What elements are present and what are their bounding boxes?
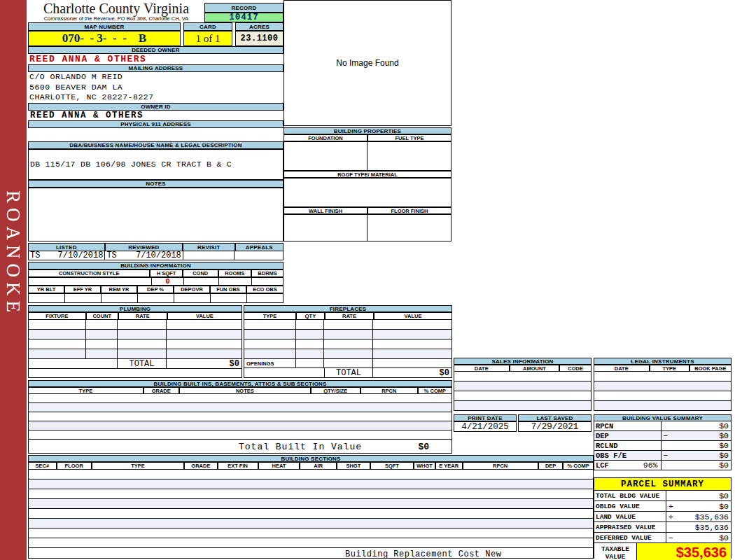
ps-value: $35,636	[695, 512, 729, 522]
bvs-row-rclnd: RCLND $0	[594, 441, 732, 451]
col-ecoobs: ECO OBS	[246, 286, 284, 293]
bvs-value: $0	[719, 441, 729, 450]
legal-instruments-title: LEGAL INSTRUMENTS	[594, 358, 732, 365]
building-sections-footer-row: Building Replacement Cost New	[28, 548, 594, 559]
col-li-bookpage: BOOK PAGE	[690, 365, 732, 372]
map-number-label: MAP NUMBER	[28, 22, 181, 31]
building-sections-footer-label: Building Replacement Cost New	[345, 550, 501, 559]
mailing-address-label: MAILING ADDRESS	[28, 64, 284, 72]
col-li-type: TYPE	[650, 365, 690, 372]
built-ins-total-label: Total Built In Value	[239, 442, 362, 452]
reviewed-by: TS	[106, 251, 116, 260]
county-subtitle: Commissioner of the Revenue, PO Box 308,…	[28, 15, 204, 22]
fireplaces-headers: TYPE QTY RATE VALUE	[244, 312, 452, 320]
plumbing-total-label: TOTAL	[118, 359, 167, 368]
col-bi-notes: NOTES	[179, 387, 311, 394]
acres-value: 23.1100	[235, 31, 284, 46]
sidebar-vertical-label: ROANOKE	[2, 190, 24, 317]
col-funobs: FUN OBS	[210, 286, 246, 293]
ps-row-land: LAND VALUE + $35,636	[594, 512, 731, 522]
ps-value: $0	[719, 502, 729, 511]
col-dep: DEP %	[137, 286, 174, 293]
visits-header-row: LISTED REVIEWED REVISIT APPEALS	[28, 243, 284, 251]
openings-label: OPENINGS	[244, 359, 296, 368]
sales-info-table	[454, 372, 592, 411]
parcel-summary: PARCEL SUMMARY TOTAL BLDG VALUE $0 OBLDG…	[594, 477, 732, 559]
fireplaces-title: FIREPLACES	[244, 305, 452, 312]
bvs-value: $0	[719, 431, 729, 440]
last-saved-label: LAST SAVED	[518, 414, 592, 421]
col-fp-rate: RATE	[325, 312, 374, 320]
col-count: COUNT	[86, 312, 118, 320]
col-yrblt: YR BLT	[28, 286, 64, 293]
col-value: VALUE	[167, 312, 242, 320]
owner-id-value: REED ANNA & OTHERS	[28, 111, 284, 120]
ps-label: OBLDG VALUE	[594, 501, 666, 511]
col-bi-type: TYPE	[28, 387, 144, 394]
wall-finish-label: WALL FINISH	[284, 207, 368, 214]
roof-value	[284, 178, 451, 207]
col-rooms: ROOMS	[218, 270, 252, 277]
ps-value: $35,636	[695, 523, 729, 532]
bvs-label: DEP	[594, 431, 662, 440]
foundation-fuel-values	[284, 141, 451, 171]
col-floor: FLOOR	[57, 462, 92, 470]
legal-instruments-headers: DATE TYPE BOOK PAGE	[594, 365, 732, 372]
bvs-op: −	[664, 431, 668, 440]
col-whgt: WHGT	[414, 462, 435, 470]
wall-floor-values	[284, 214, 451, 241]
bvs-row-rpcn: RPCN $0	[594, 421, 732, 431]
ps-op: +	[668, 512, 673, 522]
bvs-value-cell: − $0	[662, 431, 732, 440]
floor-finish-label: FLOOR FINISH	[368, 207, 451, 214]
fireplaces-total-row: TOTAL $0	[244, 368, 452, 378]
listed-date: 7/10/2018	[58, 251, 104, 260]
bvs-value-cell: $0	[662, 441, 732, 450]
built-ins-total-value: $0	[418, 442, 429, 452]
col-sale-date: DATE	[454, 365, 510, 372]
col-sale-code: CODE	[559, 365, 592, 372]
bvs-row-dep: DEP − $0	[594, 431, 732, 441]
built-ins-title: BUILDING BUILT INS, BASEMENTS, ATTICS & …	[28, 380, 452, 387]
col-air: AIR	[300, 462, 336, 470]
building-info-header1: CONSTRUCTION STYLE H SQFT COND ROOMS BDR…	[28, 270, 284, 277]
col-construction-style: CONSTRUCTION STYLE	[28, 270, 150, 277]
dba-value: DB 115/17 DB 106/98 JONES CR TRACT B & C	[28, 149, 284, 180]
foundation-label: FOUNDATION	[284, 134, 368, 141]
card-label: CARD	[183, 22, 232, 31]
bvs-value: $0	[719, 451, 729, 460]
physical-address-value	[28, 128, 284, 138]
building-sections-headers: SEC# FLOOR TYPE GRADE EXT FIN HEAT AIR S…	[28, 462, 594, 470]
fireplaces-total-label: TOTAL	[324, 368, 373, 377]
building-info-values2	[28, 293, 284, 303]
record-value: 10417	[204, 13, 284, 22]
notes-value	[28, 188, 284, 241]
hsqft-value: 0	[152, 278, 184, 285]
col-cond: COND	[183, 270, 218, 277]
wall-floor-header: WALL FINISH FLOOR FINISH	[284, 207, 451, 214]
plumbing-headers: FIXTURE COUNT RATE VALUE	[28, 312, 242, 320]
taxable-label-line2: VALUE	[606, 553, 626, 560]
dba-label: DBA/BUISNESS NAME/HOUSE NAME & LEGAL DES…	[28, 141, 284, 149]
sidebar-banner: ROANOKE	[0, 0, 27, 560]
fireplaces-openings-row: OPENINGS	[244, 359, 452, 368]
col-sec: SEC#	[28, 462, 57, 470]
col-fp-value: VALUE	[374, 312, 452, 320]
bvs-value-cell: $0	[662, 461, 731, 470]
col-remyr: REM YR	[101, 286, 137, 293]
parcel-summary-title: PARCEL SUMMARY	[594, 478, 731, 491]
last-saved-value: 7/29/2021	[518, 421, 592, 432]
acres-label: ACRES	[235, 22, 284, 31]
bvs-label: OBS F/E	[594, 451, 662, 460]
ps-value: $0	[719, 491, 729, 500]
bvs-op: −	[664, 451, 668, 460]
col-sale-amount: AMOUNT	[510, 365, 560, 372]
legal-instruments-table	[594, 372, 732, 411]
built-ins-headers: TYPE GRADE NOTES QTY/SIZE RPCN % COMP	[28, 387, 452, 394]
col-li-date: DATE	[594, 365, 650, 372]
mailing-address-block: C/O ORLANDO M REID 5600 BEAVER DAM LA CH…	[28, 72, 284, 103]
bvs-label: RPCN	[594, 421, 662, 430]
building-properties-title: BUILDING PROPERTIES	[284, 127, 451, 134]
col-bs-grade: GRADE	[184, 462, 217, 470]
bvs-value-cell: − $0	[662, 451, 732, 460]
